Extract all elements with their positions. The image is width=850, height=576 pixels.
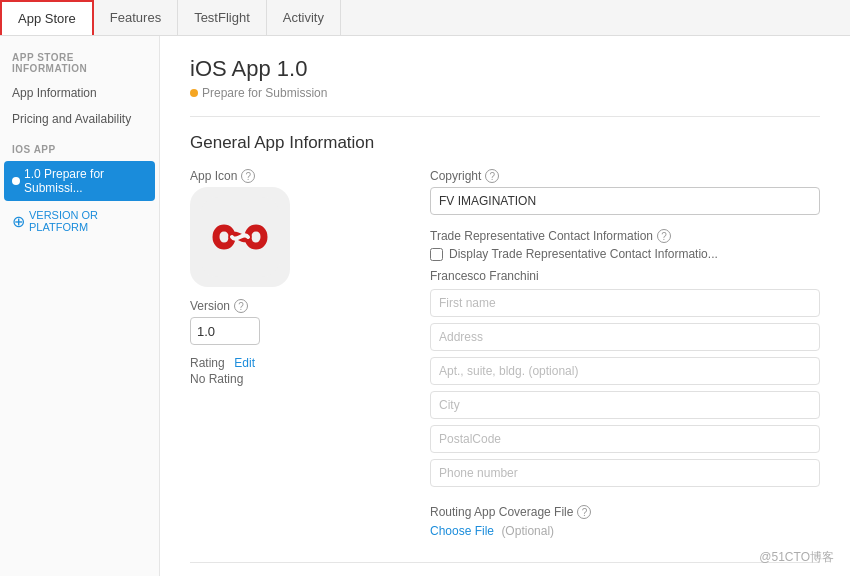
in-app-purchases-section: In-App Purchases + Click + to select the… bbox=[190, 562, 820, 576]
main-content: iOS App 1.0 Prepare for Submission Gener… bbox=[160, 36, 850, 576]
tab-app-store[interactable]: App Store bbox=[0, 0, 94, 35]
version-input[interactable] bbox=[190, 317, 260, 345]
contact-name: Francesco Franchini bbox=[430, 269, 820, 283]
choose-file-button[interactable]: Choose File (Optional) bbox=[430, 524, 554, 538]
sidebar-item-pricing[interactable]: Pricing and Availability bbox=[0, 106, 159, 132]
main-layout: APP STORE INFORMATION App Information Pr… bbox=[0, 36, 850, 576]
sidebar-item-app-info[interactable]: App Information bbox=[0, 80, 159, 106]
tab-testflight[interactable]: TestFlight bbox=[178, 0, 267, 35]
copyright-help-icon[interactable]: ? bbox=[485, 169, 499, 183]
trade-checkbox-row: Display Trade Representative Contact Inf… bbox=[430, 247, 820, 261]
version-help-icon[interactable]: ? bbox=[234, 299, 248, 313]
first-name-input[interactable] bbox=[430, 289, 820, 317]
address-input[interactable] bbox=[430, 323, 820, 351]
sidebar-add-version-btn[interactable]: ⊕ VERSION OR PLATFORM bbox=[0, 201, 159, 241]
rating-edit-link[interactable]: Edit bbox=[234, 356, 255, 370]
top-navigation: App Store Features TestFlight Activity bbox=[0, 0, 850, 36]
plus-circle-icon: ⊕ bbox=[12, 212, 25, 231]
page-title: iOS App 1.0 bbox=[190, 56, 820, 82]
tab-activity[interactable]: Activity bbox=[267, 0, 341, 35]
right-panel: Copyright ? Trade Representative Contact… bbox=[430, 169, 820, 538]
left-panel: App Icon ? bbox=[190, 169, 390, 538]
app-icon-svg bbox=[200, 197, 280, 277]
page-subtitle: Prepare for Submission bbox=[190, 86, 820, 100]
sidebar-status-dot bbox=[12, 177, 20, 185]
status-dot bbox=[190, 89, 198, 97]
apt-input[interactable] bbox=[430, 357, 820, 385]
rating-label: Rating bbox=[190, 356, 225, 370]
general-section-title: General App Information bbox=[190, 133, 820, 153]
city-input[interactable] bbox=[430, 391, 820, 419]
watermark: @51CTO博客 bbox=[759, 549, 834, 566]
sidebar-section-ios: iOS APP bbox=[0, 144, 159, 161]
sidebar-item-prepare[interactable]: 1.0 Prepare for Submissi... bbox=[4, 161, 155, 201]
copyright-input[interactable] bbox=[430, 187, 820, 215]
sidebar-section-appstore: APP STORE INFORMATION bbox=[0, 52, 159, 80]
no-rating-text: No Rating bbox=[190, 372, 390, 386]
header-divider bbox=[190, 116, 820, 117]
sidebar: APP STORE INFORMATION App Information Pr… bbox=[0, 36, 160, 576]
version-label: Version ? bbox=[190, 299, 390, 313]
postal-input[interactable] bbox=[430, 425, 820, 453]
trade-checkbox[interactable] bbox=[430, 248, 443, 261]
app-icon-box bbox=[190, 187, 290, 287]
general-app-info: App Icon ? bbox=[190, 169, 820, 538]
choose-file-optional: (Optional) bbox=[501, 524, 554, 538]
page-header: iOS App 1.0 Prepare for Submission bbox=[190, 56, 820, 100]
routing-help-icon[interactable]: ? bbox=[577, 505, 591, 519]
trade-label: Trade Representative Contact Information… bbox=[430, 229, 820, 243]
trade-checkbox-label: Display Trade Representative Contact Inf… bbox=[449, 247, 718, 261]
app-icon-help-icon[interactable]: ? bbox=[241, 169, 255, 183]
phone-input[interactable] bbox=[430, 459, 820, 487]
rating-row: Rating Edit No Rating bbox=[190, 355, 390, 386]
copyright-label: Copyright ? bbox=[430, 169, 820, 183]
tab-features[interactable]: Features bbox=[94, 0, 178, 35]
trade-help-icon[interactable]: ? bbox=[657, 229, 671, 243]
app-icon-label: App Icon ? bbox=[190, 169, 390, 183]
routing-label: Routing App Coverage File ? bbox=[430, 505, 820, 519]
routing-section: Routing App Coverage File ? Choose File … bbox=[430, 505, 820, 538]
